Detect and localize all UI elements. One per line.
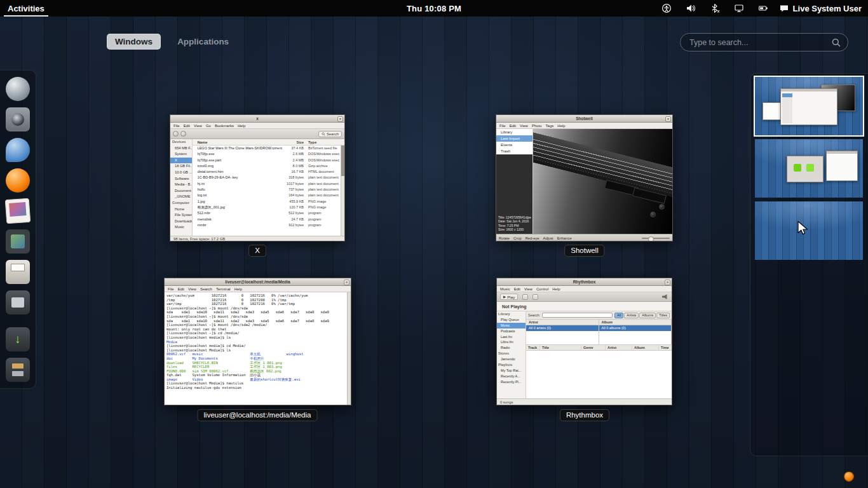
mouse-cursor bbox=[796, 220, 810, 236]
rb-artist-all-row: All 0 artists (0) bbox=[526, 325, 599, 331]
term-menu-item: Edit bbox=[178, 287, 184, 291]
window-thumbnail-terminal[interactable]: liveuser@localhost:/media/Media × FileEd… bbox=[164, 278, 351, 405]
dash-item-image-viewer[interactable] bbox=[4, 227, 32, 255]
workspace-thumbnail-1[interactable] bbox=[755, 77, 863, 135]
dash-item-messaging[interactable] bbox=[4, 136, 32, 164]
rb-titlebar: Rhythmbox × bbox=[497, 278, 672, 286]
archive-manager-icon bbox=[6, 358, 30, 382]
sw-toolbar: RotateCropRed-eyeAdjustEnhance bbox=[496, 234, 672, 241]
rb-track-column: Title bbox=[540, 345, 581, 350]
bluetooth-icon[interactable] bbox=[703, 0, 727, 17]
sw-title: Shotwell bbox=[576, 116, 593, 121]
user-name: Live System User bbox=[793, 4, 862, 13]
rb-menu-item: View bbox=[524, 287, 532, 291]
search-input[interactable] bbox=[689, 38, 831, 47]
rb-sidebar-item: Podcasts bbox=[497, 329, 526, 334]
dash-item-file-manager[interactable] bbox=[4, 288, 32, 316]
volume-icon[interactable] bbox=[679, 0, 703, 17]
rb-sidebar-item: Last.fm bbox=[497, 334, 526, 340]
dash-item-music-player[interactable] bbox=[4, 166, 32, 194]
rb-sidebar-item: Play Queue bbox=[497, 317, 526, 323]
fm-search-label: Search bbox=[327, 132, 339, 136]
dash-item-web-browser[interactable] bbox=[4, 75, 32, 103]
rb-search-label: Search: bbox=[528, 313, 540, 317]
sw-titlebar: Shotwell × bbox=[496, 115, 672, 123]
fm-menu-item: Help bbox=[238, 124, 245, 128]
fm-file-row: memdisk 24.7 KB program bbox=[193, 217, 344, 222]
dash-item-photo-manager[interactable] bbox=[4, 197, 32, 225]
term-menu-item: Help bbox=[234, 287, 242, 291]
sw-sidebar-item: Trash bbox=[496, 148, 532, 154]
rb-sidebar-item: My Top Rat... bbox=[497, 368, 526, 374]
window-thumbnail-filemanager[interactable]: x × FileEditViewGoBookmarksHelp Search D… bbox=[170, 114, 345, 241]
rb-menu-item: Edit bbox=[514, 287, 520, 291]
terminal-line: [liveuser@localhost Media]$ ls bbox=[166, 348, 349, 353]
fm-col-type: Type bbox=[305, 139, 344, 145]
dash-item-printer[interactable] bbox=[4, 258, 32, 286]
rb-toolbar: ▶Play bbox=[497, 292, 672, 302]
tab-applications[interactable]: Applications bbox=[170, 34, 236, 49]
workspace-thumbnail-2[interactable] bbox=[755, 139, 863, 198]
rb-track-headers: TrackTitleGenreArtistAlbumTime bbox=[526, 345, 672, 351]
term-menu-item: File bbox=[168, 287, 174, 291]
sw-sidebar-item: Events bbox=[496, 142, 532, 148]
fm-sidebar-item: Music bbox=[170, 224, 192, 231]
sw-tool-button: Crop bbox=[513, 236, 522, 240]
sw-photo-info: Title: 12457265641djpe...Date: Sat Jun 4… bbox=[496, 154, 532, 234]
rb-track-column: Genre bbox=[581, 345, 606, 350]
rb-menubar: MusicEditViewControlHelp bbox=[497, 286, 672, 292]
fm-back-icon bbox=[173, 131, 179, 137]
term-close-icon: × bbox=[344, 280, 349, 285]
rb-sidebar-item: Playlists bbox=[497, 362, 526, 368]
fm-menubar: FileEditViewGoBookmarksHelp bbox=[170, 123, 344, 129]
term-titlebar: liveuser@localhost:/media/Media × bbox=[165, 278, 351, 286]
sw-menubar: FileEditViewPhotoTagsHelp bbox=[496, 123, 672, 129]
window-label-shotwell: Shotwell bbox=[564, 245, 604, 257]
tray-update-icon[interactable] bbox=[844, 471, 854, 482]
camera-icon bbox=[6, 107, 30, 132]
fm-search-button: Search bbox=[318, 131, 342, 137]
fm-menu-item: Go bbox=[206, 124, 211, 128]
window-thumbnail-shotwell[interactable]: Shotwell × FileEditViewPhotoTagsHelp Lib… bbox=[496, 114, 673, 241]
search-box[interactable] bbox=[680, 33, 848, 51]
mini-window bbox=[787, 156, 824, 182]
guitar-knob bbox=[659, 204, 665, 210]
fm-sidebar-item: 654 MB F... bbox=[170, 146, 192, 152]
term-menubar: FileEditViewSearchTerminalHelp bbox=[165, 286, 351, 292]
rb-artist-header: Artist bbox=[526, 320, 599, 325]
terminal-line: Media bbox=[166, 340, 349, 344]
rb-sidebar-item: Libre.fm bbox=[497, 339, 526, 345]
install-to-disk-icon: ↓ bbox=[6, 327, 30, 351]
fm-file-list: Name Size Type LEGO Star Wars III The Cl… bbox=[193, 139, 344, 236]
fm-menu-item: Edit bbox=[184, 124, 190, 128]
rb-now-playing: Not Playing bbox=[497, 302, 672, 311]
rb-track-column: Artist bbox=[606, 345, 632, 350]
rb-sidebar-item: Radio bbox=[497, 345, 526, 351]
rb-filter-button: Artists bbox=[624, 313, 639, 318]
sw-menu-item: Tags bbox=[546, 124, 554, 128]
window-thumbnail-rhythmbox[interactable]: Rhythmbox × MusicEditViewControlHelp ▶Pl… bbox=[496, 278, 672, 405]
display-icon[interactable] bbox=[727, 0, 751, 17]
battery-icon[interactable] bbox=[751, 0, 775, 17]
tab-windows[interactable]: Windows bbox=[107, 34, 161, 50]
photo-manager-icon bbox=[5, 198, 31, 224]
fm-sidebar: Devices654 MB F...SystemX18 GB Fil...10.… bbox=[170, 139, 193, 236]
fm-sidebar-item: Downloads bbox=[170, 219, 192, 225]
fm-menu-item: View bbox=[194, 124, 202, 128]
clock[interactable]: Thu 10:08 PM bbox=[407, 4, 461, 13]
accessibility-icon[interactable] bbox=[654, 0, 679, 17]
rb-track-list bbox=[526, 351, 672, 398]
dash-item-install-to-disk[interactable]: ↓ bbox=[4, 325, 32, 353]
terminal-line: [liveuser@localhost ~]$ cd /media/ bbox=[166, 331, 349, 336]
dash-item-archive-manager[interactable] bbox=[4, 356, 32, 384]
activities-button[interactable]: Activities bbox=[0, 0, 52, 17]
fm-main: Devices654 MB F...SystemX18 GB Fil...10.… bbox=[170, 139, 344, 236]
terminal-line: mount: only root can do that bbox=[166, 327, 349, 332]
fm-file-row: 检测选区_001.jpg 120.7 KB PNG image bbox=[193, 205, 344, 210]
fm-menu-item: Bookmarks bbox=[215, 124, 234, 128]
user-menu[interactable]: Live System User bbox=[775, 0, 868, 17]
dash-item-camera[interactable] bbox=[4, 105, 32, 133]
sw-close-icon: × bbox=[665, 116, 671, 122]
fm-file-row: huifu 737 bytes plain text document bbox=[193, 187, 344, 193]
terminal-line: [liveuser@localhost media]$ cd Media/ bbox=[166, 344, 349, 348]
